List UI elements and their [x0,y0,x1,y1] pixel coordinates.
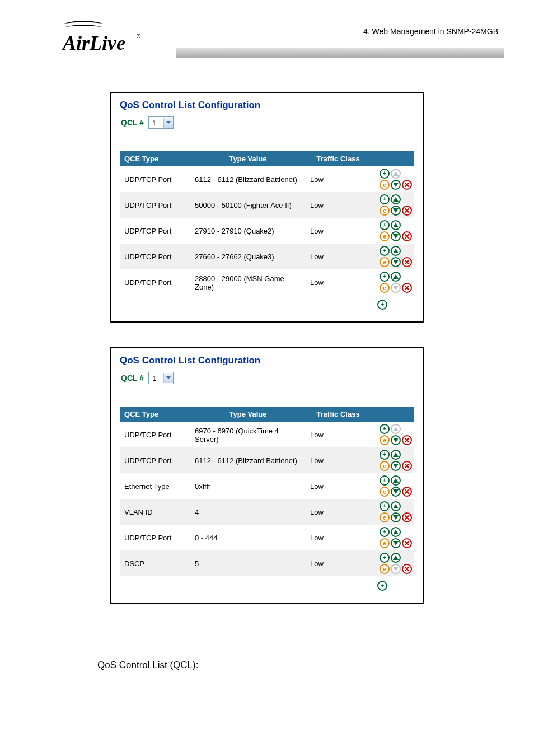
edit-icon[interactable]: e [380,461,390,471]
chevron-down-icon [163,373,173,383]
delete-icon[interactable] [402,206,412,216]
qcl-select[interactable]: 1 [148,372,174,384]
add-icon[interactable]: + [380,553,390,563]
delete-icon[interactable] [402,257,412,267]
table-row: UDP/TCP Port6112 - 6112 (Blizzard Battle… [120,166,414,192]
cell-type-value: 6112 - 6112 (Blizzard Battlenet) [190,447,306,473]
table-add-row: + [120,576,414,595]
qos-panel-1: QoS Control List Configuration QCL # 1 Q… [110,92,424,323]
qcl-select-value: 1 [149,119,163,127]
cell-type-value: 6970 - 6970 (QuickTime 4 Server) [190,422,306,447]
cell-traffic-class: Low [306,166,371,192]
add-icon[interactable]: + [377,300,387,310]
cell-qce-type: UDP/TCP Port [120,422,190,447]
add-icon[interactable]: + [380,450,390,460]
arrow-down-icon[interactable] [391,231,401,241]
table-row: Ethernet Type0xffffLow+e [120,473,414,499]
table-row: UDP/TCP Port6970 - 6970 (QuickTime 4 Ser… [120,422,414,447]
table-row: UDP/TCP Port0 - 444Low+e [120,525,414,550]
page-section-label: 4. Web Management in SNMP-24MGB [176,27,504,36]
add-icon[interactable]: + [380,246,390,256]
arrow-up-icon[interactable] [391,246,401,256]
arrow-down-icon[interactable] [391,435,401,445]
cell-type-value: 27660 - 27662 (Quake3) [190,244,306,269]
qcl-select[interactable]: 1 [148,116,174,129]
cell-traffic-class: Low [306,192,371,218]
qcl-label: QCL # [121,374,144,382]
delete-icon[interactable] [402,461,412,471]
edit-icon[interactable]: e [380,257,390,267]
add-icon[interactable]: + [380,220,390,230]
cell-traffic-class: Low [306,550,371,576]
cell-qce-type: VLAN ID [120,499,190,525]
arrow-down-icon[interactable] [391,206,401,216]
add-icon[interactable]: + [380,169,390,179]
add-icon[interactable]: + [377,581,387,591]
add-icon[interactable]: + [380,527,390,537]
edit-icon[interactable]: e [380,564,390,574]
arrow-up-icon[interactable] [391,220,401,230]
cell-actions: +e [371,269,414,295]
arrow-down-icon[interactable] [391,512,401,522]
cell-traffic-class: Low [306,269,371,295]
cell-actions: +e [371,499,414,525]
col-qce-type: QCE Type [120,151,190,166]
cell-qce-type: UDP/TCP Port [120,447,190,473]
add-icon[interactable]: + [380,272,390,282]
qos-panel-2: QoS Control List Configuration QCL # 1 Q… [110,347,424,604]
delete-icon[interactable] [402,487,412,497]
arrow-down-icon[interactable] [391,487,401,497]
add-icon[interactable]: + [380,424,390,434]
add-icon[interactable]: + [380,194,390,204]
arrow-up-icon[interactable] [391,527,401,537]
svg-text:®: ® [137,33,141,39]
col-traffic-class: Traffic Class [306,407,371,422]
delete-icon[interactable] [402,283,412,293]
arrow-down-icon[interactable] [391,180,401,190]
delete-icon[interactable] [402,564,412,574]
cell-qce-type: UDP/TCP Port [120,218,190,244]
arrow-up-icon[interactable] [391,501,401,511]
cell-actions: +e [371,525,414,550]
arrow-down-icon[interactable] [391,538,401,548]
delete-icon[interactable] [402,231,412,241]
edit-icon[interactable]: e [380,538,390,548]
edit-icon[interactable]: e [380,435,390,445]
table-row: DSCP5Low+e [120,550,414,576]
edit-icon[interactable]: e [380,283,390,293]
arrow-up-icon[interactable] [391,553,401,563]
arrow-down-icon[interactable] [391,461,401,471]
arrow-up-icon[interactable] [391,450,401,460]
cell-actions: +e [371,550,414,576]
edit-icon[interactable]: e [380,231,390,241]
col-qce-type: QCE Type [120,407,190,422]
edit-icon[interactable]: e [380,206,390,216]
delete-icon[interactable] [402,180,412,190]
delete-icon[interactable] [402,435,412,445]
cell-actions: +e [371,244,414,269]
arrow-up-icon[interactable] [391,194,401,204]
arrow-up-icon[interactable] [391,272,401,282]
delete-icon[interactable] [402,512,412,522]
col-type-value: Type Value [190,407,306,422]
arrow-down-icon [391,564,401,574]
table-row: UDP/TCP Port27910 - 27910 (Quake2)Low+e [120,218,414,244]
add-icon[interactable]: + [380,475,390,486]
add-icon[interactable]: + [380,501,390,511]
cell-type-value: 5 [190,550,306,576]
arrow-up-icon[interactable] [391,475,401,486]
header-divider [176,48,504,58]
table-row: UDP/TCP Port27660 - 27662 (Quake3)Low+e [120,244,414,269]
body-paragraph: QoS Control List (QCL): [97,660,504,671]
arrow-down-icon [391,283,401,293]
cell-type-value: 27910 - 27910 (Quake2) [190,218,306,244]
delete-icon[interactable] [402,538,412,548]
cell-traffic-class: Low [306,499,371,525]
edit-icon[interactable]: e [380,487,390,497]
edit-icon[interactable]: e [380,180,390,190]
col-traffic-class: Traffic Class [306,151,371,166]
arrow-down-icon[interactable] [391,257,401,267]
edit-icon[interactable]: e [380,512,390,522]
table-row: UDP/TCP Port50000 - 50100 (Fighter Ace I… [120,192,414,218]
cell-type-value: 4 [190,499,306,525]
